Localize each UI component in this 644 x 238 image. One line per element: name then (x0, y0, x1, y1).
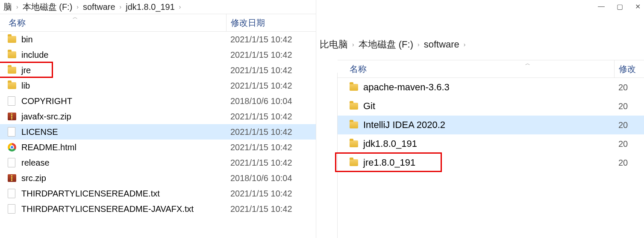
item-date: 20 (614, 139, 644, 149)
item-name: src.zip (19, 173, 226, 183)
column-headers: ︿ 名称 修改 (338, 60, 644, 78)
item-date: 2021/1/15 10:42 (226, 81, 316, 91)
item-date: 20 (614, 101, 644, 111)
folder-icon (8, 82, 16, 89)
list-item[interactable]: jre2021/1/15 10:42 (0, 62, 316, 78)
list-item[interactable]: Git20 (338, 97, 644, 116)
chevron-right-icon: › (416, 41, 421, 48)
explorer-window-right: — ▢ ✕ 比电脑 › 本地磁盘 (F:) › software › ︿ 名称 … (316, 0, 644, 238)
item-date: 2021/1/15 10:42 (226, 158, 316, 168)
item-icon (8, 174, 19, 182)
crumb[interactable]: jdk1.8.0_191 (126, 2, 175, 12)
folder-icon (8, 51, 16, 58)
item-name: jre (19, 65, 226, 75)
chevron-right-icon: › (177, 3, 183, 10)
column-header-name[interactable]: 名称 (0, 17, 226, 29)
list-item[interactable]: apache-maven-3.6.320 (338, 78, 644, 97)
item-name: LICENSE (19, 127, 226, 137)
chrome-icon (8, 143, 16, 152)
file-icon (8, 189, 15, 198)
breadcrumb[interactable]: 脑 › 本地磁盘 (F:) › software › jdk1.8.0_191 … (0, 0, 316, 14)
column-headers: ︿ 名称 修改日期 (0, 14, 316, 32)
nav-tree-stub (316, 73, 338, 238)
window-controls: — ▢ ✕ (598, 3, 641, 11)
item-icon (350, 140, 361, 147)
item-icon (350, 84, 361, 91)
crumb[interactable]: 本地磁盘 (F:) (359, 38, 413, 51)
item-name: IntelliJ IDEA 2020.2 (361, 119, 614, 131)
crumb[interactable]: software (83, 2, 115, 12)
item-name: THIRDPARTYLICENSEREADME-JAVAFX.txt (19, 204, 226, 214)
item-name: release (19, 158, 226, 168)
item-date: 20 (614, 120, 644, 130)
item-date: 2021/1/15 10:42 (226, 50, 316, 60)
column-header-date[interactable]: 修改 (614, 60, 644, 77)
file-icon (8, 158, 15, 167)
archive-icon (8, 174, 16, 182)
folder-icon (350, 84, 358, 91)
list-item[interactable]: javafx-src.zip2021/1/15 10:42 (0, 109, 316, 124)
crumb[interactable]: 脑 (3, 1, 12, 13)
list-item[interactable]: src.zip2018/10/6 10:04 (0, 170, 316, 186)
item-date: 2021/1/15 10:42 (226, 127, 316, 137)
chevron-right-icon: › (350, 41, 356, 48)
chevron-right-icon: › (75, 3, 80, 10)
item-name: Git (361, 101, 614, 112)
list-item[interactable]: jre1.8.0_19120 (338, 153, 644, 172)
item-name: bin (19, 35, 226, 45)
item-date: 2021/1/15 10:42 (226, 143, 316, 152)
item-icon (8, 158, 19, 167)
sort-ascending-icon: ︿ (525, 60, 530, 67)
item-name: README.html (19, 143, 226, 152)
column-header-name[interactable]: 名称 (338, 63, 614, 75)
column-header-date[interactable]: 修改日期 (226, 14, 316, 31)
item-name: javafx-src.zip (19, 112, 226, 122)
item-date: 2021/1/15 10:42 (226, 204, 316, 214)
folder-icon (8, 67, 16, 74)
list-item[interactable]: COPYRIGHT2018/10/6 10:04 (0, 93, 316, 109)
list-item[interactable]: THIRDPARTYLICENSEREADME-JAVAFX.txt2021/1… (0, 201, 316, 217)
item-date: 20 (614, 158, 644, 168)
item-icon (8, 189, 19, 198)
close-button[interactable]: ✕ (635, 3, 641, 11)
item-name: THIRDPARTYLICENSEREADME.txt (19, 189, 226, 199)
item-date: 20 (614, 83, 644, 92)
chevron-right-icon: › (15, 3, 20, 10)
list-item[interactable]: release2021/1/15 10:42 (0, 155, 316, 170)
breadcrumb[interactable]: 比电脑 › 本地磁盘 (F:) › software › (316, 34, 644, 55)
item-date: 2021/1/15 10:42 (226, 189, 316, 199)
item-icon (350, 159, 361, 166)
item-date: 2021/1/15 10:42 (226, 112, 316, 122)
item-icon (8, 143, 19, 152)
list-item[interactable]: THIRDPARTYLICENSEREADME.txt2021/1/15 10:… (0, 186, 316, 201)
folder-icon (350, 159, 358, 166)
item-icon (8, 127, 19, 137)
list-item[interactable]: LICENSE2021/1/15 10:42 (0, 124, 316, 140)
file-icon (8, 127, 15, 137)
item-date: 2018/10/6 10:04 (226, 96, 316, 106)
item-icon (8, 96, 19, 106)
folder-icon (350, 122, 358, 128)
crumb[interactable]: 本地磁盘 (F:) (23, 1, 73, 13)
folder-icon (350, 103, 358, 110)
item-icon (8, 67, 19, 74)
file-icon (8, 204, 15, 214)
folder-icon (350, 140, 358, 147)
item-icon (8, 204, 19, 214)
maximize-button[interactable]: ▢ (617, 3, 623, 11)
list-item[interactable]: jdk1.8.0_19120 (338, 134, 644, 153)
crumb[interactable]: 比电脑 (320, 38, 348, 51)
list-item[interactable]: include2021/1/15 10:42 (0, 47, 316, 62)
item-name: jdk1.8.0_191 (361, 138, 614, 149)
list-item[interactable]: IntelliJ IDEA 2020.220 (338, 116, 644, 134)
minimize-button[interactable]: — (598, 3, 605, 11)
crumb[interactable]: software (424, 39, 459, 50)
list-item[interactable]: lib2021/1/15 10:42 (0, 78, 316, 93)
list-item[interactable]: README.html2021/1/15 10:42 (0, 140, 316, 155)
archive-icon (8, 113, 16, 120)
item-date: 2021/1/15 10:42 (226, 65, 316, 75)
item-name: apache-maven-3.6.3 (361, 82, 614, 93)
item-icon (8, 36, 19, 43)
list-item[interactable]: bin2021/1/15 10:42 (0, 32, 316, 47)
item-icon (8, 113, 19, 120)
